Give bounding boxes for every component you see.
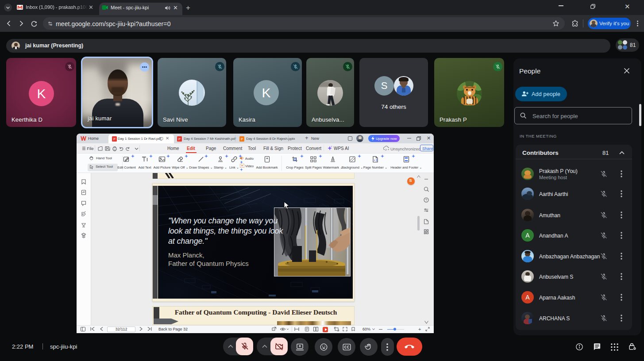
svg-text:P: P [241, 138, 243, 141]
svg-text:P: P [113, 138, 116, 141]
svg-text:P: P [178, 138, 181, 141]
